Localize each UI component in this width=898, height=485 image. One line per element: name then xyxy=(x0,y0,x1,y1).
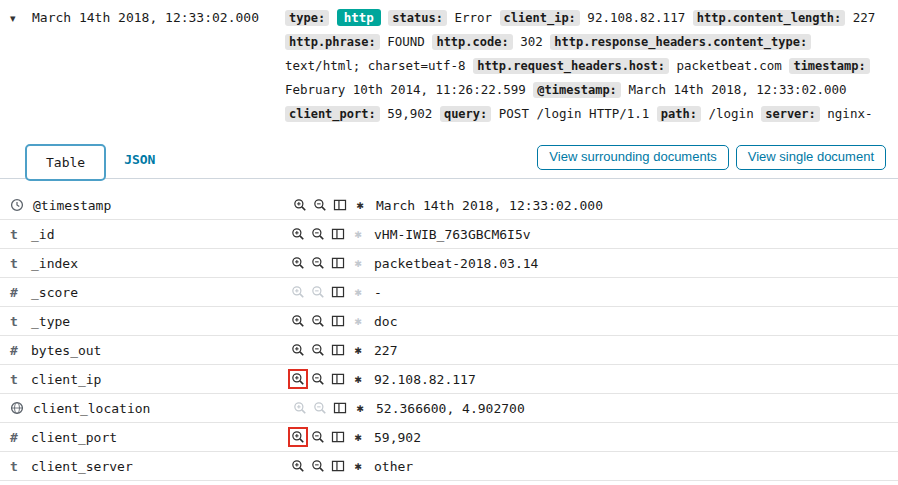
filter-for-field-present-icon[interactable]: ✱ xyxy=(348,340,368,360)
field-value: packetbeat-2018.03.14 xyxy=(374,256,898,271)
field-actions: ✱ xyxy=(288,369,374,389)
filter-for-value-icon xyxy=(290,398,310,418)
view-surrounding-documents-button[interactable]: View surrounding documents xyxy=(537,145,728,170)
toggle-column-icon[interactable] xyxy=(328,369,348,389)
summary-field-label: server: xyxy=(761,106,820,122)
table-row: t_id✱vHM-IWIB_763GBCM6I5v xyxy=(0,220,898,249)
text-field-icon: t xyxy=(0,372,22,387)
summary-field-label: client_port: xyxy=(285,106,380,122)
filter-out-value-icon[interactable] xyxy=(308,253,328,273)
summary-field-value: 92.108.82.117 xyxy=(587,10,685,25)
text-field-icon: t xyxy=(0,459,22,474)
summary-field-label: type: xyxy=(285,10,329,26)
field-value: vHM-IWIB_763GBCM6I5v xyxy=(374,227,898,242)
filter-out-value-icon[interactable] xyxy=(308,340,328,360)
filter-out-value-icon[interactable] xyxy=(310,195,330,215)
filter-for-field-present-icon[interactable]: ✱ xyxy=(348,427,368,447)
table-row: tclient_ip✱92.108.82.117 xyxy=(0,365,898,394)
toggle-column-icon[interactable] xyxy=(328,340,348,360)
toggle-column-icon[interactable] xyxy=(330,398,350,418)
summary-field-value: February 10th 2014, 11:26:22.599 xyxy=(285,82,526,97)
filter-for-field-present-icon[interactable]: ✱ xyxy=(350,195,370,215)
field-name: _score xyxy=(22,285,288,300)
number-field-icon: # xyxy=(0,343,22,358)
table-row: @timestamp✱March 14th 2018, 12:33:02.000 xyxy=(0,191,898,220)
field-actions: ✱ xyxy=(288,282,374,302)
field-actions: ✱ xyxy=(288,224,374,244)
summary-field-label: query: xyxy=(440,106,491,122)
tab-table[interactable]: Table xyxy=(25,144,106,181)
filter-for-field-present-icon: ✱ xyxy=(348,253,368,273)
filter-out-value-icon[interactable] xyxy=(308,456,328,476)
number-field-icon: # xyxy=(0,430,22,445)
field-value: - xyxy=(374,285,898,300)
table-row: #bytes_out✱227 xyxy=(0,336,898,365)
filter-for-value-icon[interactable] xyxy=(288,369,308,389)
field-actions: ✱ xyxy=(288,456,374,476)
filter-for-field-present-icon: ✱ xyxy=(348,311,368,331)
toggle-column-icon[interactable] xyxy=(328,224,348,244)
table-row: t_type✱doc xyxy=(0,307,898,336)
field-name: client_ip xyxy=(22,372,288,387)
table-row: client_location✱52.366600, 4.902700 xyxy=(0,394,898,423)
summary-field-value: March 14th 2018, 12:33:02.000 xyxy=(628,82,846,97)
summary-field-label: http.content_length: xyxy=(693,10,846,26)
filter-for-field-present-icon[interactable]: ✱ xyxy=(350,398,370,418)
filter-for-value-icon[interactable] xyxy=(288,340,308,360)
detail-tabbar: Table JSON View surrounding documents Vi… xyxy=(0,140,898,179)
filter-for-value-icon[interactable] xyxy=(288,311,308,331)
filter-for-value-icon[interactable] xyxy=(288,253,308,273)
filter-for-value-icon[interactable] xyxy=(290,195,310,215)
table-row: #_score✱- xyxy=(0,278,898,307)
table-row: tclient_server✱other xyxy=(0,452,898,481)
field-value: 52.366600, 4.902700 xyxy=(376,401,898,416)
summary-field-value: FOUND xyxy=(387,34,425,49)
summary-field-value: POST /login HTTP/1.1 xyxy=(499,106,650,121)
summary-field-label: timestamp: xyxy=(789,58,869,74)
filter-for-value-icon[interactable] xyxy=(288,456,308,476)
summary-field-label: status: xyxy=(388,10,447,26)
filter-for-value-icon[interactable] xyxy=(288,427,308,447)
field-name: @timestamp xyxy=(24,198,290,213)
field-name: client_location xyxy=(24,401,290,416)
document-header: ▾ March 14th 2018, 12:33:02.000 type: ht… xyxy=(0,0,898,126)
clock-icon xyxy=(0,198,24,212)
view-single-document-button[interactable]: View single document xyxy=(736,145,886,170)
filter-out-value-icon[interactable] xyxy=(308,369,328,389)
summary-field-label: http.phrase: xyxy=(285,34,380,50)
field-actions: ✱ xyxy=(288,253,374,273)
field-actions: ✱ xyxy=(290,398,376,418)
field-value: 227 xyxy=(374,343,898,358)
discover-expanded-document: ▾ March 14th 2018, 12:33:02.000 type: ht… xyxy=(0,0,898,481)
field-name: _id xyxy=(22,227,288,242)
summary-field-value: 59,902 xyxy=(387,106,432,121)
text-field-icon: t xyxy=(0,227,22,242)
summary-field-value: text/html; charset=utf-8 xyxy=(285,58,466,73)
table-row: t_index✱packetbeat-2018.03.14 xyxy=(0,249,898,278)
field-actions: ✱ xyxy=(288,340,374,360)
filter-for-field-present-icon: ✱ xyxy=(348,224,368,244)
toggle-column-icon[interactable] xyxy=(328,456,348,476)
filter-for-value-icon[interactable] xyxy=(288,224,308,244)
toggle-column-icon[interactable] xyxy=(328,282,348,302)
summary-field-value: 302 xyxy=(520,34,543,49)
filter-out-value-icon[interactable] xyxy=(308,311,328,331)
filter-out-value-icon[interactable] xyxy=(308,427,328,447)
collapse-caret-icon[interactable]: ▾ xyxy=(10,6,32,30)
filter-for-field-present-icon[interactable]: ✱ xyxy=(348,456,368,476)
field-value: doc xyxy=(374,314,898,329)
field-name: client_server xyxy=(22,459,288,474)
toggle-column-icon[interactable] xyxy=(328,311,348,331)
tab-json[interactable]: JSON xyxy=(106,143,173,176)
summary-field-label: http.request_headers.host: xyxy=(473,58,669,74)
field-actions: ✱ xyxy=(290,195,376,215)
summary-field-value: packetbeat.com xyxy=(677,58,782,73)
filter-for-field-present-icon: ✱ xyxy=(348,282,368,302)
toggle-column-icon[interactable] xyxy=(328,427,348,447)
field-name: client_port xyxy=(22,430,288,445)
filter-for-field-present-icon[interactable]: ✱ xyxy=(348,369,368,389)
field-value: 92.108.82.117 xyxy=(374,372,898,387)
filter-out-value-icon[interactable] xyxy=(308,224,328,244)
toggle-column-icon[interactable] xyxy=(328,253,348,273)
toggle-column-icon[interactable] xyxy=(330,195,350,215)
